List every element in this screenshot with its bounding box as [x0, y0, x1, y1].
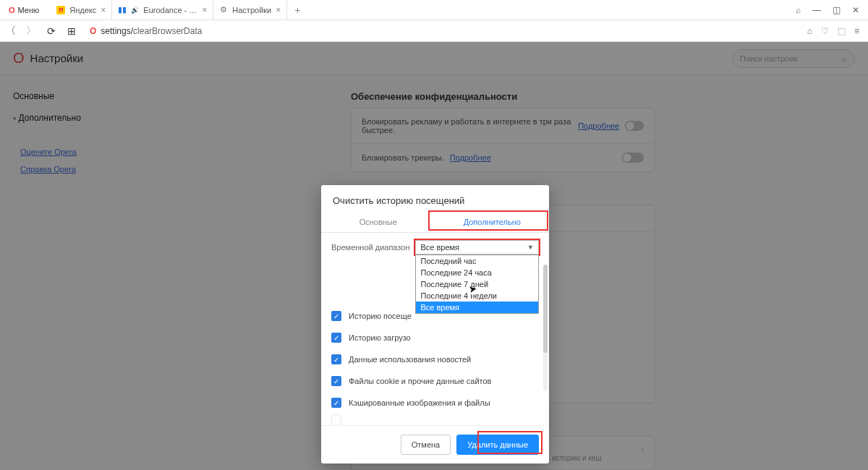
close-icon[interactable]: × — [276, 5, 281, 15]
checkbox-icon — [331, 414, 341, 424]
close-icon[interactable]: × — [101, 5, 106, 15]
tab-label: Eurodance - слушать о — [143, 6, 197, 14]
tab-yandex[interactable]: Я Яндекс × — [51, 1, 112, 20]
tab-basic[interactable]: Основные — [321, 212, 435, 232]
tabs-bar: Я Яндекс × ▮▮ 🔊 Eurodance - слушать о × … — [51, 0, 796, 20]
equalizer-icon: ▮▮ — [118, 6, 127, 14]
cursor-icon: ➤ — [468, 283, 477, 295]
window-controls: ⌕ ― ◫ ✕ — [796, 5, 865, 15]
title-bar: O Меню Я Яндекс × ▮▮ 🔊 Eurodance - слуша… — [0, 0, 868, 20]
reload-button[interactable]: ⟳ — [45, 25, 58, 37]
check-row[interactable]: ✓Файлы cookie и прочие данные сайтов — [331, 370, 539, 392]
dropdown-option[interactable]: Последние 7 дней — [416, 278, 538, 290]
camera-icon[interactable]: ⌂ — [807, 26, 812, 36]
cancel-button[interactable]: Отмена — [401, 435, 451, 455]
yandex-icon: Я — [56, 6, 65, 14]
checkbox-icon: ✓ — [331, 311, 341, 321]
tab-label: Настройки — [232, 6, 271, 14]
address-bar: 〈 〉 ⟳ ⊞ O settings/clearBrowserData ⌂ ♡ … — [0, 20, 868, 42]
url-field[interactable]: O settings/clearBrowserData — [85, 26, 800, 36]
tab-settings[interactable]: ⚙ Настройки × — [213, 1, 287, 20]
range-label: Временной диапазон — [331, 243, 409, 252]
dropdown-option[interactable]: Последний час — [416, 255, 538, 267]
heart-icon[interactable]: ♡ — [821, 26, 829, 36]
opera-menu-button[interactable]: O Меню — [3, 6, 45, 14]
speed-dial-button[interactable]: ⊞ — [65, 25, 78, 37]
dropdown-option[interactable]: Последние 24 часа — [416, 267, 538, 278]
dialog-footer: Отмена Удалить данные — [321, 425, 549, 463]
dialog-tabs: Основные Дополнительно — [321, 212, 549, 233]
check-label: Файлы cookie и прочие данные сайтов — [349, 377, 491, 385]
dialog-title: Очистить историю посещений — [321, 185, 549, 212]
menu-label: Меню — [18, 6, 40, 14]
check-row-partial[interactable] — [331, 414, 539, 425]
opera-icon: O — [90, 26, 96, 36]
check-row[interactable]: ✓Данные использования новостей — [331, 349, 539, 370]
opera-icon: O — [9, 6, 15, 14]
check-label: Историю посеще — [349, 312, 412, 320]
checkbox-icon: ✓ — [331, 333, 341, 343]
cube-icon[interactable]: ⬚ — [838, 26, 846, 36]
time-range-dropdown: Последний час Последние 24 часа Последни… — [415, 255, 539, 314]
easy-setup-icon[interactable]: ≡ — [854, 26, 859, 36]
highlight-box — [414, 239, 540, 256]
check-label: Данные использования новостей — [349, 355, 471, 364]
tab-label: Яндекс — [69, 6, 96, 14]
forward-button[interactable]: 〉 — [25, 25, 38, 38]
time-range-select[interactable]: Все время ▼ Последний час Последние 24 ч… — [415, 240, 539, 255]
checkbox-icon: ✓ — [331, 354, 341, 364]
highlight-box — [477, 431, 542, 454]
new-tab-button[interactable]: + — [287, 4, 307, 16]
addr-right-icons: ⌂ ♡ ⬚ ≡ — [807, 26, 864, 36]
back-button[interactable]: 〈 — [4, 25, 17, 38]
time-range-row: Временной диапазон Все время ▼ Последний… — [331, 240, 539, 255]
highlight-box — [428, 210, 548, 231]
check-label: Кэшированные изображения и файлы — [349, 398, 490, 407]
scrollbar-thumb[interactable] — [543, 265, 548, 353]
url-path: clearBrowserData — [133, 26, 202, 36]
checkbox-icon: ✓ — [331, 376, 341, 386]
close-window-icon[interactable]: ✕ — [852, 5, 859, 15]
checkbox-icon: ✓ — [331, 398, 341, 408]
speaker-icon: 🔊 — [131, 6, 139, 14]
search-icon[interactable]: ⌕ — [796, 5, 801, 15]
dialog-body: Временной диапазон Все время ▼ Последний… — [321, 233, 549, 425]
tab-eurodance[interactable]: ▮▮ 🔊 Eurodance - слушать о × — [112, 1, 213, 20]
close-icon[interactable]: × — [202, 5, 207, 15]
check-row[interactable]: ✓Кэшированные изображения и файлы — [331, 392, 539, 414]
dropdown-option-selected[interactable]: Все время — [416, 302, 538, 313]
check-row[interactable]: ✓Историю загрузо — [331, 327, 539, 349]
minimize-icon[interactable]: ― — [812, 5, 821, 15]
settings-page: O Настройки Поиск настроек ⌕ Основные До… — [0, 42, 868, 470]
clear-history-dialog: Очистить историю посещений Основные Допо… — [321, 185, 549, 463]
check-label: Историю загрузо — [349, 333, 411, 342]
maximize-icon[interactable]: ◫ — [833, 5, 841, 15]
gear-icon: ⚙ — [219, 6, 228, 14]
url-domain: settings/ — [101, 26, 133, 36]
dialog-scrollbar[interactable] — [543, 265, 548, 390]
